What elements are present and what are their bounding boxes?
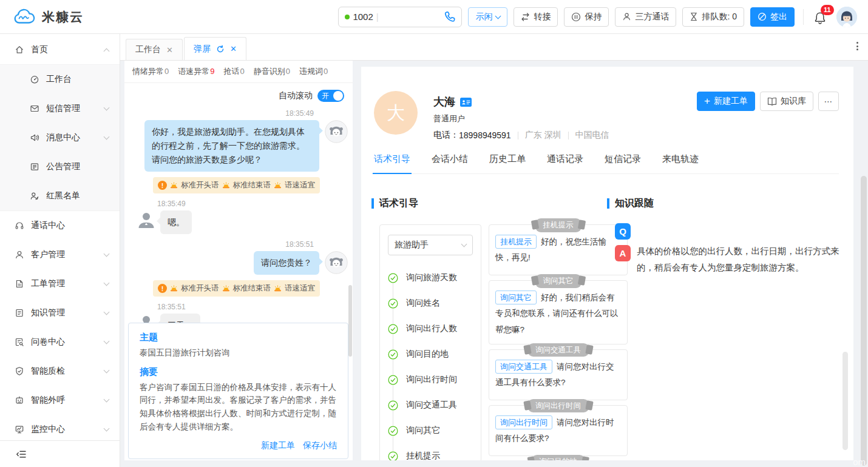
plus-icon: + xyxy=(704,96,710,106)
tab-ticket-history[interactable]: 历史工单 xyxy=(488,149,527,173)
transfer-button[interactable]: 转接 xyxy=(514,7,558,27)
script-step[interactable]: 询问姓名 xyxy=(388,291,473,316)
sidebar-item-monitoring[interactable]: 监控中心 xyxy=(0,415,120,440)
agent-online-dot xyxy=(345,15,350,19)
script-step[interactable]: 询问出行时间 xyxy=(388,367,473,392)
ticket-file-icon xyxy=(15,279,24,289)
script-step[interactable]: 询问其它 xyxy=(388,418,473,443)
tab-call-trace[interactable]: 来电轨迹 xyxy=(661,149,700,173)
stat-forbidden-words[interactable]: 违规词0 xyxy=(299,66,328,77)
script-tag[interactable]: 询问其它 xyxy=(495,291,537,304)
close-icon[interactable]: ✕ xyxy=(166,45,173,55)
sidebar-item-blacklist[interactable]: 红黑名单 xyxy=(0,181,120,210)
question-badge[interactable]: Q xyxy=(615,223,631,240)
more-actions-button[interactable]: ⋯ xyxy=(818,92,839,111)
sidebar-item-label: 工作台 xyxy=(46,74,109,85)
tab-popup-screen[interactable]: 弹屏 ✕ xyxy=(184,37,246,60)
script-step[interactable]: 询问旅游天数 xyxy=(388,265,473,291)
create-ticket-link[interactable]: 新建工单 xyxy=(261,440,295,450)
alert-tag-label: 标准结束语 xyxy=(233,283,271,294)
signout-button[interactable]: 签出 xyxy=(750,7,795,27)
script-step[interactable]: 询问交通工具 xyxy=(388,392,473,418)
hold-button[interactable]: 保持 xyxy=(564,7,609,27)
refresh-icon[interactable] xyxy=(216,45,225,53)
sidebar-item-label: 客户管理 xyxy=(31,249,98,260)
tab-call-records[interactable]: 通话记录 xyxy=(546,149,585,173)
sidebar-item-home[interactable]: 首页 xyxy=(0,35,120,64)
auto-scroll-toggle[interactable]: 开 xyxy=(317,90,344,102)
script-card[interactable]: 询问出行时间 询问出行时间请问您对出行时间有什么要求? xyxy=(489,405,628,456)
answer-badge[interactable]: A xyxy=(615,245,631,261)
sidebar-item-announcements[interactable]: 公告管理 xyxy=(0,152,120,181)
quality-alert-tag[interactable]: ! 标准开头语 标准结束语 语速适宜 xyxy=(153,280,320,297)
agent-status-dropdown[interactable]: 示闲 xyxy=(468,7,507,27)
create-ticket-button[interactable]: + 新建工单 xyxy=(697,92,755,111)
customer-initial-avatar: 大 xyxy=(374,91,418,135)
sidebar-item-tickets[interactable]: 工单管理 xyxy=(0,269,120,298)
phone-number: 18998949591 xyxy=(459,130,511,140)
script-tag[interactable]: 挂机提示 xyxy=(495,235,537,249)
knowledge-follow-title: 知识跟随 xyxy=(607,197,654,210)
sidebar-item-sms[interactable]: 短信管理 xyxy=(0,94,120,123)
sidebar-item-qc[interactable]: 智能质检 xyxy=(0,357,120,386)
brand: 米糠云 xyxy=(13,8,84,26)
script-card[interactable]: 询问交通工具 询问交通工具请问您对出行交通工具有什么要求? xyxy=(489,349,628,400)
quality-alert-tag[interactable]: ! 标准开头语 标准结束语 语速适宜 xyxy=(153,177,320,193)
alert-tag-label: 标准开头语 xyxy=(181,180,219,190)
script-step[interactable]: 询问目的地 xyxy=(388,341,473,367)
tab-workbench[interactable]: 工作台 ✕ xyxy=(126,39,183,60)
customer-message: 嗯。 xyxy=(129,210,348,234)
sidebar-item-label: 公告管理 xyxy=(46,161,109,172)
sidebar-item-customers[interactable]: 客户管理 xyxy=(0,240,120,269)
tabbar-more-icon[interactable] xyxy=(856,42,858,50)
chat-scrollbar[interactable] xyxy=(348,285,352,357)
panel-scrollbar[interactable] xyxy=(843,352,848,450)
save-summary-link[interactable]: 保存小结 xyxy=(303,440,337,450)
sidebar-item-ai-outbound[interactable]: 智能外呼 xyxy=(0,386,120,415)
tab-sms-records[interactable]: 短信记录 xyxy=(603,149,642,173)
tab-session-summary[interactable]: 会话小结 xyxy=(430,149,469,173)
sidebar-item-label: 工单管理 xyxy=(31,278,98,289)
sidebar-item-workbench[interactable]: 工作台 xyxy=(0,65,120,94)
chevron-down-icon xyxy=(104,338,110,344)
extension-phone-widget[interactable]: 1002 | xyxy=(338,7,462,27)
script-cards: 挂机提示 挂机提示好的，祝您生活愉快，再见! 询问其它 询问其它好的，我们稍后会… xyxy=(489,224,628,460)
script-tag[interactable]: 询问出行时间 xyxy=(495,415,552,429)
message-time: 18:35:49 xyxy=(129,109,348,118)
sidebar-item-label: 首页 xyxy=(31,44,98,55)
mail-icon xyxy=(30,104,39,113)
script-tag[interactable]: 询问交通工具 xyxy=(495,360,552,374)
dial-phone-icon[interactable] xyxy=(444,11,455,22)
stat-silence[interactable]: 静音识别0 xyxy=(254,66,290,77)
message-time: 18:35:49 xyxy=(129,200,348,208)
notifications-button[interactable]: 11 xyxy=(812,8,830,25)
queue-count-button[interactable]: 排队数: 0 xyxy=(682,7,744,27)
script-card[interactable]: 挂机提示 挂机提示好的，祝您生活愉快，再见! xyxy=(489,224,628,275)
chevron-down-icon xyxy=(104,251,110,257)
sidebar-collapse-button[interactable] xyxy=(0,440,120,467)
script-step[interactable]: 挂机提示 xyxy=(388,443,473,460)
stat-interruption[interactable]: 抢话0 xyxy=(223,66,244,77)
close-icon[interactable]: ✕ xyxy=(230,44,237,53)
script-card[interactable]: 询问其它 询问其它好的，我们稍后会有专员和您联系，请问还有什么可以帮您嘛? xyxy=(489,280,628,344)
customer-avatar xyxy=(137,210,156,231)
script-step[interactable]: 询问出行人数 xyxy=(388,316,473,341)
stat-speed-abnormal[interactable]: 语速异常9 xyxy=(178,66,214,77)
extension-divider: | xyxy=(376,12,379,22)
survey-search-icon xyxy=(15,337,24,347)
three-way-call-button[interactable]: 三方通话 xyxy=(615,7,676,27)
tab-script-guide[interactable]: 话术引导 xyxy=(373,149,412,174)
sidebar-item-label: 知识管理 xyxy=(31,307,98,318)
sidebar-item-knowledge[interactable]: 知识管理 xyxy=(0,298,120,328)
sidebar-item-call-center[interactable]: 通话中心 xyxy=(0,211,120,240)
user-avatar[interactable] xyxy=(836,7,857,27)
id-card-icon[interactable] xyxy=(460,98,472,107)
queue-count-label: 排队数: 0 xyxy=(702,12,737,22)
scenario-select[interactable]: 旅游助手 xyxy=(388,235,473,255)
sidebar-item-message-center[interactable]: 消息中心 xyxy=(0,123,120,152)
stat-emotion-abnormal[interactable]: 情绪异常0 xyxy=(132,66,169,77)
collapse-menu-icon xyxy=(16,449,27,459)
knowledge-base-button[interactable]: 知识库 xyxy=(760,92,813,111)
sidebar-item-survey[interactable]: 问卷中心 xyxy=(0,328,120,357)
page-scrollbar[interactable] xyxy=(861,176,867,466)
